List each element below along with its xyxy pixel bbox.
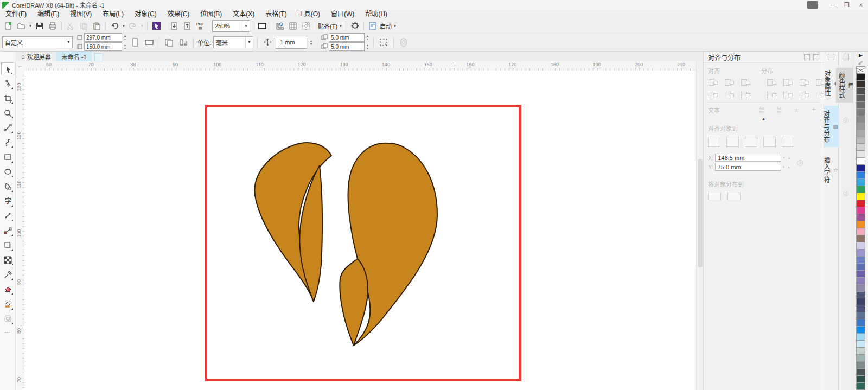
- y-coordinate-field[interactable]: 75.0 mm: [715, 163, 781, 171]
- color-swatch-13[interactable]: [856, 157, 865, 165]
- docker-collapse-icon[interactable]: [804, 54, 810, 60]
- parallel-dimension-tool[interactable]: [1, 209, 14, 222]
- new-document-button[interactable]: [2, 21, 14, 31]
- vertical-ruler[interactable]: 130120110100908070: [16, 71, 25, 390]
- ellipse-tool[interactable]: [1, 165, 14, 178]
- color-swatch-36[interactable]: [856, 319, 865, 327]
- page-height-field[interactable]: 150.0 mm: [84, 42, 122, 51]
- color-swatch-10[interactable]: [856, 137, 865, 144]
- zoom-tool[interactable]: [1, 106, 14, 119]
- color-swatch-31[interactable]: [856, 284, 865, 292]
- x-coordinate-field[interactable]: 148.5 mm: [715, 154, 781, 162]
- color-swatch-43[interactable]: [856, 368, 865, 376]
- menu-工具O[interactable]: 工具(O): [292, 10, 326, 19]
- menu-文件F[interactable]: 文件(F): [0, 10, 32, 19]
- menu-窗口W[interactable]: 窗口(W): [326, 10, 360, 19]
- connector-tool[interactable]: [1, 224, 14, 237]
- color-swatch-29[interactable]: [856, 270, 865, 278]
- menu-对象C[interactable]: 对象(C): [129, 10, 162, 19]
- page-height-spinner[interactable]: ▴▾: [123, 43, 127, 50]
- color-swatch-5[interactable]: [856, 101, 865, 109]
- duplicate-x-spinner[interactable]: ▴▾: [366, 34, 369, 41]
- color-swatch-16[interactable]: [856, 178, 865, 186]
- color-eyedropper-tool[interactable]: [1, 268, 14, 281]
- docker-strip-button[interactable]: [828, 54, 834, 60]
- rectangle-tool[interactable]: [1, 151, 14, 164]
- drawing-canvas[interactable]: [24, 71, 696, 390]
- treat-as-filled-icon[interactable]: [378, 37, 390, 48]
- horizontal-ruler[interactable]: 6070809010011012013014015016017018019020…: [24, 61, 696, 71]
- options-gear-icon[interactable]: [349, 21, 361, 31]
- portrait-button[interactable]: [129, 37, 141, 48]
- text-tool[interactable]: 字: [1, 195, 14, 208]
- launch-icon[interactable]: [367, 21, 379, 31]
- collapsed-strip-button[interactable]: [843, 54, 849, 60]
- color-swatch-33[interactable]: [856, 298, 865, 305]
- zoom-combo-arrow[interactable]: ▾: [242, 21, 250, 31]
- menu-位图B[interactable]: 位图(B): [195, 10, 227, 19]
- color-swatch-7[interactable]: [856, 116, 865, 123]
- ruler-origin[interactable]: ⌐: [16, 61, 25, 71]
- color-swatch-35[interactable]: [856, 312, 865, 319]
- tab-align-distribute[interactable]: ▥对齐与分布: [824, 106, 838, 147]
- color-swatch-1[interactable]: [856, 73, 865, 81]
- menu-表格T[interactable]: 表格(T): [260, 10, 292, 19]
- color-swatch-25[interactable]: [856, 242, 865, 250]
- account-icon[interactable]: [807, 1, 818, 9]
- restore-button[interactable]: ❒: [840, 1, 854, 9]
- menu-布局L[interactable]: 布局(L): [97, 10, 129, 19]
- show-grid-button[interactable]: [287, 21, 299, 31]
- launch-dropdown-arrow[interactable]: ▾: [393, 23, 397, 28]
- tab-welcome-screen[interactable]: ⌂ 欢迎屏幕: [16, 52, 56, 61]
- duplicate-distance-x-field[interactable]: 5.0 mm: [329, 33, 365, 42]
- color-swatch-15[interactable]: [856, 171, 865, 179]
- page-width-spinner[interactable]: ▴▾: [123, 34, 127, 41]
- nudge-spinner[interactable]: ▴▾: [309, 39, 313, 46]
- landscape-button[interactable]: [143, 37, 155, 48]
- tab-document[interactable]: 未命名 -1: [56, 52, 92, 61]
- color-swatch-14[interactable]: [856, 164, 865, 172]
- paste-button[interactable]: [91, 21, 103, 31]
- print-button[interactable]: [47, 21, 59, 31]
- color-swatch-12[interactable]: [856, 150, 865, 158]
- palette-eyedropper-icon[interactable]: 🖉: [856, 59, 865, 67]
- color-swatch-22[interactable]: [856, 221, 865, 228]
- color-swatch-18[interactable]: [856, 193, 865, 200]
- color-swatch-26[interactable]: [856, 249, 865, 257]
- color-swatch-19[interactable]: [856, 200, 865, 207]
- drop-shadow-tool[interactable]: [1, 239, 14, 252]
- open-button[interactable]: [15, 21, 27, 31]
- snap-to-label[interactable]: 贴齐(T): [318, 22, 337, 30]
- color-swatch-23[interactable]: [856, 228, 865, 235]
- outline-pen-tool[interactable]: [1, 312, 14, 325]
- canvas-vertical-scrollbar[interactable]: [696, 61, 704, 390]
- publish-to-pdf-button[interactable]: PDF▤: [194, 21, 206, 31]
- palette-flyout-arrow[interactable]: ▶: [856, 52, 865, 59]
- color-swatch-21[interactable]: [856, 214, 865, 221]
- minimize-button[interactable]: ─: [826, 1, 840, 9]
- menu-帮助H[interactable]: 帮助(H): [360, 10, 393, 19]
- duplicate-y-spinner[interactable]: ▴▾: [366, 43, 369, 50]
- crop-tool[interactable]: [1, 92, 14, 105]
- page-preset-arrow[interactable]: ▾: [65, 37, 72, 48]
- docker-close-icon[interactable]: [813, 54, 819, 60]
- color-swatch-38[interactable]: [856, 333, 865, 341]
- close-button[interactable]: ×: [854, 1, 868, 9]
- color-swatch-41[interactable]: [856, 354, 865, 362]
- color-swatch-6[interactable]: [856, 108, 865, 116]
- color-swatch-42[interactable]: [856, 361, 865, 369]
- duplicate-distance-y-field[interactable]: 5.0 mm: [329, 42, 365, 51]
- color-swatch-45[interactable]: [856, 382, 865, 390]
- color-swatch-30[interactable]: [856, 277, 865, 285]
- tab-insert-character[interactable]: ☆插入字符: [824, 152, 838, 187]
- snap-to-dropdown-arrow[interactable]: ▾: [339, 23, 343, 28]
- color-swatch-37[interactable]: [856, 326, 865, 334]
- menu-效果C[interactable]: 效果(C): [162, 10, 195, 19]
- new-tab-button[interactable]: [94, 53, 103, 61]
- zoom-level-combo[interactable]: 250% ▾: [212, 20, 250, 32]
- toolbox-overflow[interactable]: ⋯: [5, 329, 11, 335]
- no-color-swatch[interactable]: [856, 66, 865, 74]
- import-button[interactable]: [168, 21, 180, 31]
- open-dropdown-arrow[interactable]: ▾: [28, 23, 33, 28]
- color-swatch-32[interactable]: [856, 291, 865, 299]
